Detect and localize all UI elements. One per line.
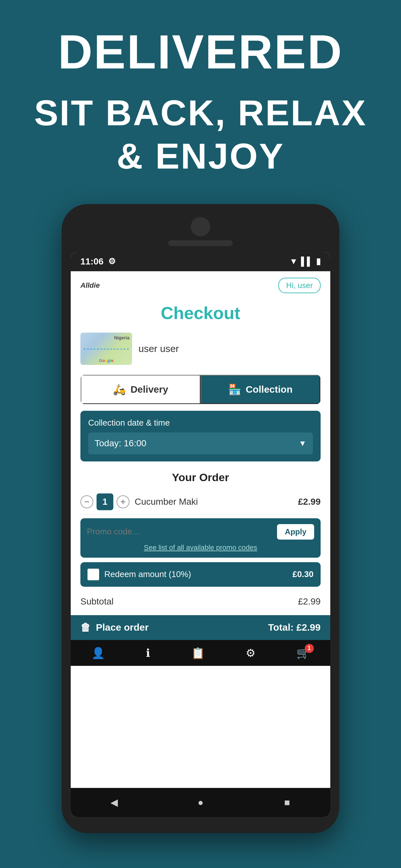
user-name: user user [138, 343, 179, 354]
promo-link[interactable]: See list of all available promo codes [87, 544, 314, 552]
app-content: Alldie Hi, user Checkout Nigeria Google [71, 271, 330, 788]
item-name: Cucumber Maki [135, 497, 293, 507]
tab-collection[interactable]: 🏪 Collection [201, 375, 320, 404]
bottom-action-bar[interactable]: 🗑 Place order Total: £2.99 [71, 615, 330, 640]
collection-selected-value: Today: 16:00 [95, 438, 146, 448]
hi-user-button[interactable]: Hi, user [278, 278, 320, 293]
status-right: ▼ ▌▌ ▮ [289, 256, 320, 267]
nav-cart[interactable]: 🛒 1 [297, 647, 310, 659]
map-country-label: Nigeria [114, 335, 129, 340]
tab-delivery[interactable]: 🛵 Delivery [81, 375, 201, 404]
subtotal-row: Subtotal £2.99 [71, 591, 330, 612]
info-icon: ℹ [146, 647, 150, 659]
redeem-amount: £0.30 [292, 569, 313, 579]
map-background: Nigeria Google [81, 333, 132, 365]
tabs-section: 🛵 Delivery 🏪 Collection [81, 375, 320, 404]
dropdown-arrow-icon: ▼ [299, 439, 306, 448]
your-order-title: Your Order [71, 468, 330, 489]
subtotal-value: £2.99 [298, 596, 320, 607]
promo-section: Apply See list of all available promo co… [81, 518, 320, 558]
qty-value: 1 [96, 493, 113, 510]
nav-settings[interactable]: ⚙ [246, 647, 255, 659]
qty-control: − 1 + [81, 493, 129, 510]
profile-icon: 👤 [91, 647, 105, 659]
google-logo: Google [99, 358, 114, 363]
redeem-checkbox[interactable] [88, 569, 99, 580]
status-left: 11:06 ⚙ [81, 256, 116, 267]
app-logo: Alldie [81, 281, 100, 290]
checkout-title: Checkout [71, 300, 330, 330]
hero-title: DELIVERED [58, 26, 343, 79]
redeem-label: Redeem amount (10%) [104, 569, 287, 579]
status-bar: 11:06 ⚙ ▼ ▌▌ ▮ [71, 252, 330, 271]
map-section: Nigeria Google user user [71, 330, 330, 371]
map-route-line [84, 349, 129, 349]
menu-icon: 📋 [191, 647, 205, 659]
collection-section: Collection date & time Today: 16:00 ▼ [81, 411, 320, 461]
place-order-left: 🗑 Place order [81, 622, 149, 633]
hero-section: DELIVERED SIT BACK, RELAX& ENJOY [0, 0, 401, 197]
apply-button[interactable]: Apply [277, 524, 314, 539]
redeem-section: Redeem amount (10%) £0.30 [81, 562, 320, 587]
qty-decrease-button[interactable]: − [81, 495, 93, 508]
divider [81, 515, 320, 515]
tab-delivery-label: Delivery [130, 384, 168, 395]
basket-icon: 🗑 [81, 622, 91, 633]
recents-button[interactable]: ■ [279, 795, 295, 810]
home-button[interactable]: ● [192, 795, 209, 810]
cart-badge: 1 [305, 644, 314, 653]
collection-dropdown[interactable]: Today: 16:00 ▼ [88, 432, 313, 454]
status-time: 11:06 [81, 256, 104, 267]
map-thumbnail: Nigeria Google [81, 333, 132, 365]
total-text: Total: £2.99 [268, 622, 320, 633]
system-nav: ◀ ● ■ [71, 788, 330, 817]
battery-icon: ▮ [316, 256, 320, 267]
bottom-nav: 👤 ℹ 📋 ⚙ 🛒 1 [71, 640, 330, 666]
collection-icon: 🏪 [228, 383, 241, 396]
order-item: − 1 + Cucumber Maki £2.99 [71, 489, 330, 515]
gear-icon: ⚙ [108, 256, 116, 267]
nav-menu[interactable]: 📋 [191, 647, 205, 659]
app-header: Alldie Hi, user [71, 271, 330, 300]
phone-screen: 11:06 ⚙ ▼ ▌▌ ▮ Alldie Hi, user Checkout [71, 252, 330, 817]
item-price: £2.99 [298, 497, 320, 507]
signal-icon: ▌▌ [301, 256, 313, 267]
promo-row: Apply [87, 524, 314, 539]
nav-info[interactable]: ℹ [146, 647, 150, 659]
hero-subtitle: SIT BACK, RELAX& ENJOY [34, 91, 367, 178]
promo-input[interactable] [87, 527, 277, 537]
nav-profile[interactable]: 👤 [91, 647, 105, 659]
phone-camera [191, 217, 210, 237]
phone-wrapper: 11:06 ⚙ ▼ ▌▌ ▮ Alldie Hi, user Checkout [62, 204, 339, 833]
delivery-icon: 🛵 [113, 383, 126, 396]
wifi-icon: ▼ [289, 256, 298, 267]
place-order-label: Place order [96, 622, 149, 633]
tab-collection-label: Collection [246, 384, 292, 395]
collection-date-label: Collection date & time [88, 418, 313, 428]
settings-icon: ⚙ [246, 647, 255, 659]
phone-frame: 11:06 ⚙ ▼ ▌▌ ▮ Alldie Hi, user Checkout [62, 204, 339, 833]
back-button[interactable]: ◀ [106, 795, 122, 810]
subtotal-label: Subtotal [81, 596, 114, 607]
phone-speaker [168, 240, 233, 246]
qty-increase-button[interactable]: + [117, 495, 129, 508]
